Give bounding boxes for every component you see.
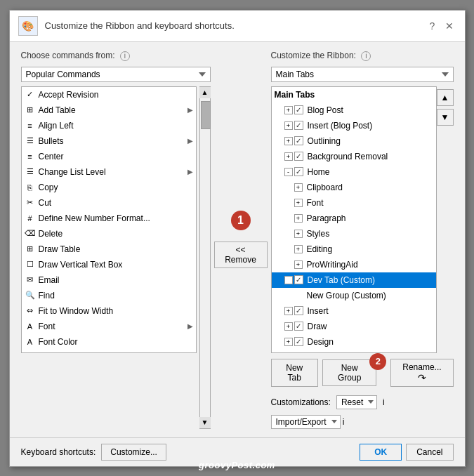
dialog-title: Customize the Ribbon and keyboard shortc… (45, 20, 235, 31)
tree-item[interactable]: New Group (Custom) (272, 288, 436, 303)
command-icon: ⌫ (25, 228, 36, 239)
command-label: Font Settings (39, 352, 88, 353)
tree-item[interactable]: +✓Background Removal (272, 149, 436, 164)
tree-expand-btn[interactable]: + (284, 137, 293, 145)
tree-item[interactable]: +✓Insert (Blog Post) (272, 118, 436, 133)
import-export-info-icon[interactable]: i (343, 417, 345, 427)
tree-expand-btn[interactable]: + (284, 322, 293, 331)
title-bar-right: ? ✕ (426, 19, 456, 33)
command-item[interactable]: 🔍Find (22, 288, 196, 303)
tree-item[interactable]: Main Tabs (272, 87, 436, 103)
tree-expand-btn[interactable]: + (294, 245, 303, 253)
tree-item-label: Page Layout (308, 352, 355, 353)
tree-expand-btn[interactable]: + (294, 214, 303, 223)
move-down-button[interactable]: ▼ (437, 109, 454, 126)
customize-info-icon[interactable]: i (361, 51, 371, 61)
customizations-info-icon[interactable]: i (383, 397, 385, 407)
tree-item[interactable]: +✓Blog Post (272, 103, 436, 118)
scroll-down-button[interactable]: ▼ (199, 417, 211, 428)
tree-expand-btn[interactable]: + (284, 106, 293, 114)
tree-expand-btn[interactable]: + (284, 152, 293, 161)
tree-item[interactable]: +✓Draw (272, 319, 436, 334)
tree-item-label: ProWritingAid (307, 260, 358, 270)
command-item[interactable]: ⊞Draw Table (22, 242, 196, 257)
command-item[interactable]: ⎘Copy (22, 180, 196, 195)
command-item[interactable]: ≡Align Left (22, 118, 196, 133)
command-item[interactable]: ☰Bullets▶ (22, 133, 196, 149)
command-item[interactable]: ✂Cut (22, 195, 196, 211)
tree-expand-btn[interactable]: - (284, 276, 293, 284)
tree-checkbox[interactable]: ✓ (294, 152, 303, 161)
command-label: Fit to Window Width (39, 306, 114, 316)
tree-checkbox[interactable]: ✓ (294, 352, 303, 353)
bottom-btn-row: New Tab New Group 2 Rename... ↷ (271, 359, 454, 387)
command-item[interactable]: #Define New Number Format... (22, 211, 196, 226)
tree-expand-btn[interactable]: + (284, 307, 293, 315)
move-up-button[interactable]: ▲ (437, 89, 454, 106)
tree-expand-btn[interactable]: + (294, 199, 303, 207)
choose-dropdown[interactable]: Popular Commands (21, 67, 211, 82)
new-group-button[interactable]: New Group (322, 359, 376, 386)
scroll-up-button[interactable]: ▲ (199, 87, 211, 98)
command-item[interactable]: ✉Email (22, 272, 196, 288)
tree-expand-btn[interactable]: + (284, 338, 293, 346)
scroll-thumb[interactable] (201, 101, 211, 129)
new-tab-button[interactable]: New Tab (271, 359, 319, 387)
tree-item[interactable]: +Font (272, 195, 436, 211)
close-button[interactable]: ✕ (442, 19, 456, 33)
tree-checkbox[interactable]: ✓ (294, 322, 303, 331)
tree-item[interactable]: +✓Insert (272, 303, 436, 319)
command-item[interactable]: ✓Accept Revision (22, 87, 196, 103)
command-item[interactable]: AFont Settings (22, 350, 196, 353)
tree-item-label: Font (307, 198, 324, 208)
tree-checkbox[interactable]: ✓ (294, 275, 303, 284)
command-item[interactable]: ⊞Add Table▶ (22, 103, 196, 118)
tree-item[interactable]: +✓Page Layout (272, 350, 436, 353)
tree-item[interactable]: +Editing (272, 242, 436, 257)
tree-item[interactable]: -✓Dev Tab (Custom) (272, 272, 436, 288)
tree-expand-btn[interactable]: - (284, 168, 293, 176)
command-item[interactable]: ⇔Fit to Window Width (22, 303, 196, 319)
tree-expand-btn[interactable]: + (284, 121, 293, 130)
tree-checkbox[interactable]: ✓ (294, 337, 303, 346)
tree-expand-btn[interactable]: + (294, 183, 303, 192)
command-item[interactable]: ☰Change List Level▶ (22, 164, 196, 180)
command-icon: 🔍 (25, 290, 36, 301)
import-export-dropdown[interactable]: Import/Export (271, 415, 341, 429)
ok-button[interactable]: OK (360, 444, 402, 461)
help-button[interactable]: ? (426, 19, 440, 33)
cancel-button[interactable]: Cancel (406, 444, 453, 461)
command-icon: A (25, 352, 36, 353)
reset-dropdown[interactable]: Reset (336, 395, 377, 409)
tree-checkbox[interactable]: ✓ (294, 306, 303, 315)
command-item[interactable]: AFont▶ (22, 319, 196, 334)
tree-checkbox[interactable]: ✓ (294, 136, 303, 145)
tree-item-label: New Group (Custom) (307, 291, 386, 300)
choose-info-icon[interactable]: i (120, 51, 130, 61)
remove-button[interactable]: << Remove (214, 242, 268, 268)
tree-item[interactable]: +Paragraph (272, 211, 436, 226)
tree-checkbox[interactable]: ✓ (294, 167, 303, 176)
tree-item-label: Main Tabs (275, 90, 315, 100)
tree-checkbox[interactable]: ✓ (294, 105, 303, 114)
tree-item-label: Insert (Blog Post) (308, 121, 373, 131)
tree-item[interactable]: +Styles (272, 226, 436, 242)
tree-item[interactable]: +✓Outlining (272, 133, 436, 149)
command-arrow: ▶ (187, 137, 193, 145)
tree-checkbox[interactable]: ✓ (294, 121, 303, 130)
badge-2: 2 (369, 353, 386, 370)
command-item[interactable]: ☐Draw Vertical Text Box (22, 257, 196, 272)
tree-item[interactable]: -✓Home (272, 164, 436, 180)
tree-item[interactable]: +✓Design (272, 334, 436, 350)
customize-dropdown[interactable]: Main Tabs (271, 67, 454, 82)
tree-expand-btn[interactable]: + (294, 230, 303, 238)
command-icon: ≡ (25, 151, 36, 162)
tree-item[interactable]: +Clipboard (272, 180, 436, 195)
keyboard-customize-button[interactable]: Customize... (101, 444, 166, 461)
command-item[interactable]: ≡Center (22, 149, 196, 164)
command-item[interactable]: ⌫Delete (22, 226, 196, 242)
command-item[interactable]: AFont Color (22, 334, 196, 350)
tree-expand-btn[interactable]: + (294, 260, 303, 269)
tree-item[interactable]: +ProWritingAid (272, 257, 436, 272)
rename-button[interactable]: Rename... ↷ (390, 359, 453, 387)
